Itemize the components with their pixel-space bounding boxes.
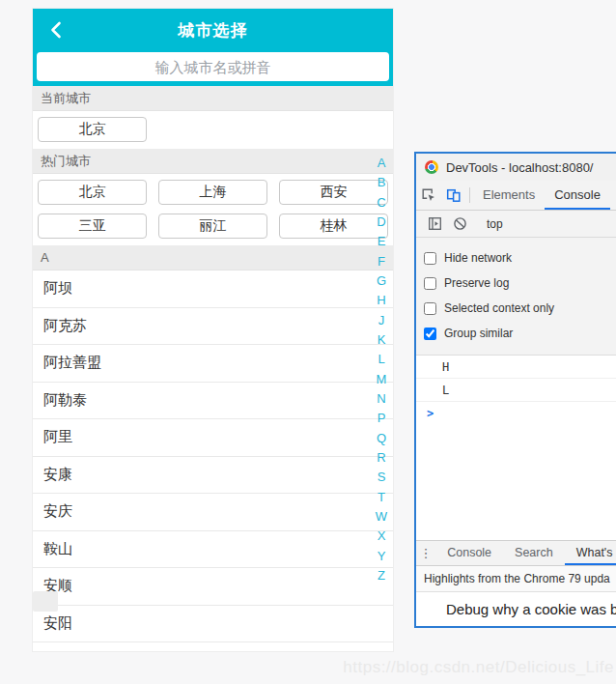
devtools-main-tabbar: Elements Console — [416, 181, 616, 211]
inspect-element-button[interactable] — [416, 181, 441, 210]
filter-label: Group similar — [444, 327, 513, 340]
search-input[interactable] — [37, 52, 389, 81]
page-title: 城市选择 — [179, 19, 248, 42]
chrome-logo-icon — [425, 160, 438, 174]
alphabet-index-letter[interactable]: T — [378, 491, 385, 503]
alphabet-index-letter[interactable]: E — [378, 235, 386, 247]
current-city-section-header: 当前城市 — [33, 86, 393, 111]
alphabet-index-letter[interactable]: M — [377, 373, 387, 385]
alphabet-index-letter[interactable]: Q — [377, 432, 386, 444]
clear-console-button[interactable] — [447, 216, 472, 231]
devtools-titlebar[interactable]: DevTools - localhost:8080/ — [416, 154, 616, 181]
alphabet-index-letter[interactable]: K — [378, 333, 386, 346]
filter-label: Selected context only — [444, 301, 554, 315]
block-icon — [453, 216, 467, 231]
alphabet-index-letter[interactable]: Y — [378, 550, 386, 562]
city-list-item[interactable]: 阿里 — [33, 419, 393, 457]
city-list-item[interactable]: 安顺 — [33, 568, 393, 606]
drawer-menu-button[interactable]: ⋮ — [416, 541, 435, 565]
whats-new-headline[interactable]: Debug why a cookie was block — [446, 601, 616, 617]
alphabet-index-letter[interactable]: A — [378, 157, 386, 169]
alphabet-index-letter[interactable]: R — [377, 451, 385, 464]
city-list-item[interactable]: 阿坝 — [33, 271, 393, 308]
context-selector[interactable]: top — [487, 217, 503, 231]
scroll-hint-overlay — [33, 591, 58, 612]
console-filter-option[interactable]: Preserve log — [424, 271, 616, 296]
city-list-item[interactable]: 阿克苏 — [33, 308, 393, 346]
watermark-text: https://blog.csdn.net/Delicious_Life — [343, 658, 614, 677]
console-filter-option[interactable]: Hide network — [424, 245, 616, 271]
drawer-tab-whats-new[interactable]: What's N — [565, 541, 616, 565]
filter-checkbox[interactable] — [424, 328, 436, 340]
page: 城市选择 当前城市 北京 热门城市 北京 上海 西安 三亚 — [0, 0, 616, 684]
hot-cities-grid: 北京 上海 西安 三亚 丽江 桂林 — [33, 174, 393, 245]
whats-new-content: Debug why a cookie was block — [416, 592, 616, 626]
hot-cities-label: 热门城市 — [41, 153, 91, 170]
alphabet-index-letter[interactable]: J — [378, 314, 385, 327]
city-list-item[interactable]: 鞍山 — [33, 531, 393, 569]
alphabet-index-letter[interactable]: S — [378, 470, 386, 483]
drawer-tabbar: ⋮ Console Search What's N — [416, 540, 616, 566]
whats-new-infobar: Highlights from the Chrome 79 upda — [416, 566, 616, 592]
tab-console[interactable]: Console — [545, 181, 610, 210]
hot-city-button[interactable]: 西安 — [279, 180, 388, 205]
devtools-window-title: DevTools - localhost:8080/ — [446, 160, 593, 175]
infobar-text: Highlights from the Chrome 79 upda — [424, 572, 610, 585]
filter-checkbox[interactable] — [424, 252, 436, 265]
console-message-row[interactable]: L — [416, 379, 616, 402]
console-message-row[interactable]: H — [416, 356, 616, 379]
hot-city-button[interactable]: 北京 — [38, 180, 147, 205]
app-titlebar: 城市选择 — [33, 9, 393, 52]
filter-label: Preserve log — [444, 276, 509, 290]
city-list-item[interactable]: 阿城 — [33, 642, 393, 652]
toggle-device-toolbar-button[interactable] — [441, 181, 466, 210]
hot-city-button[interactable]: 桂林 — [279, 214, 388, 239]
alphabet-index-bar: A B C D E F G H J K L M — [374, 157, 389, 582]
alphabet-index-letter[interactable]: B — [378, 176, 386, 188]
drawer-tab-search[interactable]: Search — [503, 541, 565, 565]
hot-cities-section-header: 热门城市 — [33, 149, 393, 174]
console-prompt-icon: > — [427, 407, 434, 420]
alphabet-index-letter[interactable]: F — [378, 255, 385, 268]
console-filter-option[interactable]: Group similar — [424, 321, 616, 346]
alphabet-index-letter[interactable]: W — [376, 510, 387, 523]
city-list-item[interactable]: 阿勒泰 — [33, 383, 393, 420]
tab-elements[interactable]: Elements — [473, 181, 545, 210]
city-list-item[interactable]: 安庆 — [33, 494, 393, 531]
inspect-cursor-icon — [421, 187, 436, 203]
chevron-left-icon — [48, 20, 64, 40]
alphabet-index-letter[interactable]: C — [377, 196, 385, 209]
app-header: 城市选择 — [33, 9, 393, 86]
current-city-row: 北京 — [33, 111, 393, 149]
hot-city-button[interactable]: 丽江 — [158, 214, 267, 239]
hot-city-button[interactable]: 上海 — [158, 180, 267, 205]
alphabet-index-letter[interactable]: H — [377, 294, 385, 306]
alphabet-index-letter[interactable]: X — [378, 529, 386, 542]
console-prompt-row[interactable]: > — [416, 402, 616, 425]
city-list-item[interactable]: 阿拉善盟 — [33, 345, 393, 383]
show-console-sidebar-button[interactable] — [422, 216, 447, 231]
back-button[interactable] — [42, 16, 70, 43]
console-empty-area[interactable] — [416, 425, 616, 540]
current-city-button[interactable]: 北京 — [38, 117, 147, 142]
console-settings-panel: Hide network Preserve log Selected conte… — [416, 238, 616, 356]
hot-city-button[interactable]: 三亚 — [38, 214, 147, 239]
console-filter-option[interactable]: Selected context only — [424, 296, 616, 321]
city-list-item[interactable]: 安阳 — [33, 606, 393, 643]
sidebar-panel-icon — [428, 216, 442, 231]
filter-checkbox[interactable] — [424, 302, 436, 315]
letter-section-header: A — [33, 245, 393, 271]
city-list: 阿坝 阿克苏 阿拉善盟 阿勒泰 阿里 安康 安庆 鞍山 安顺 安阳 阿城 — [33, 271, 393, 652]
devtools-window: DevTools - localhost:8080/ Elements Cons… — [414, 152, 616, 628]
city-list-item[interactable]: 安康 — [33, 457, 393, 495]
device-toolbar-icon — [446, 187, 462, 203]
console-messages: H L — [416, 356, 616, 402]
filter-checkbox[interactable] — [424, 277, 436, 290]
alphabet-index-letter[interactable]: L — [378, 353, 384, 365]
alphabet-index-letter[interactable]: Z — [378, 569, 385, 582]
alphabet-index-letter[interactable]: P — [378, 412, 386, 424]
alphabet-index-letter[interactable]: N — [377, 392, 385, 405]
alphabet-index-letter[interactable]: D — [377, 215, 385, 228]
alphabet-index-letter[interactable]: G — [377, 274, 386, 287]
drawer-tab-console[interactable]: Console — [435, 541, 503, 565]
